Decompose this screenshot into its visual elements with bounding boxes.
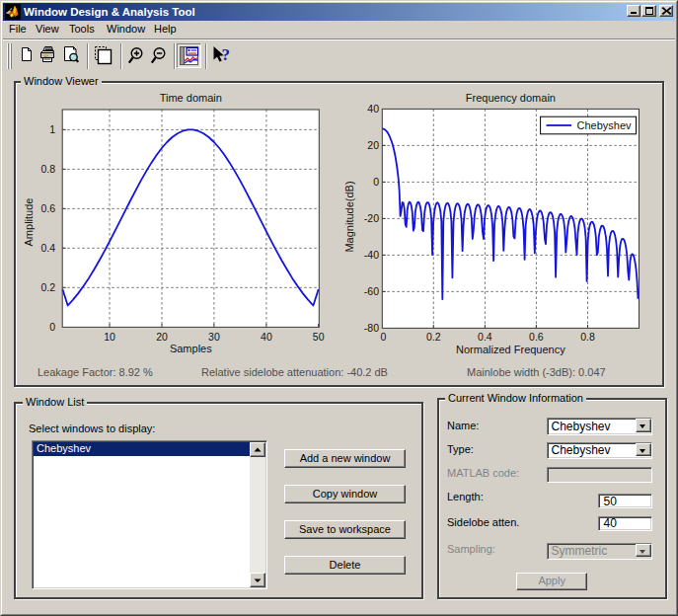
svg-text:50: 50	[313, 331, 325, 343]
svg-text:0: 0	[49, 321, 55, 333]
svg-text:-40: -40	[364, 249, 379, 261]
svg-text:1: 1	[49, 123, 55, 135]
svg-text:0.4: 0.4	[478, 331, 492, 343]
svg-text:10: 10	[104, 331, 115, 343]
svg-text:20: 20	[156, 331, 168, 343]
svg-text:30: 30	[208, 331, 220, 343]
svg-text:-80: -80	[364, 322, 379, 334]
svg-text:Magnitude(dB): Magnitude(dB)	[343, 181, 355, 252]
svg-text:20: 20	[367, 139, 379, 151]
svg-text:0.2: 0.2	[40, 281, 55, 293]
svg-text:Amplitude: Amplitude	[23, 198, 35, 247]
svg-text:Time domain: Time domain	[160, 92, 222, 104]
svg-text:0.8: 0.8	[580, 331, 595, 343]
svg-text:-20: -20	[364, 212, 379, 224]
svg-text:0: 0	[380, 331, 386, 343]
svg-text:Chebyshev: Chebyshev	[577, 119, 633, 131]
svg-text:0.2: 0.2	[426, 331, 441, 343]
svg-text:Normalized Frequency: Normalized Frequency	[456, 344, 565, 355]
svg-text:40: 40	[261, 331, 272, 343]
svg-text:Frequency domain: Frequency domain	[466, 92, 556, 104]
svg-text:0.4: 0.4	[40, 242, 55, 254]
svg-text:0.8: 0.8	[40, 163, 55, 175]
svg-text:0: 0	[373, 176, 379, 188]
svg-text:0.6: 0.6	[529, 331, 544, 343]
svg-text:0.6: 0.6	[40, 202, 55, 214]
svg-text:40: 40	[367, 103, 379, 115]
svg-text:-60: -60	[364, 285, 379, 297]
svg-text:Samples: Samples	[170, 343, 212, 354]
